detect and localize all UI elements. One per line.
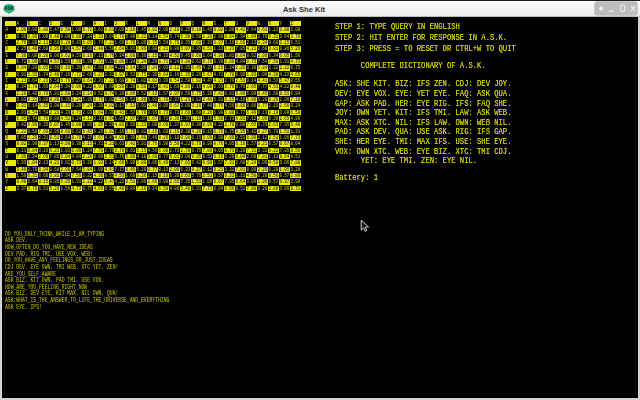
svg-text:ASK: ASK [4,6,14,11]
